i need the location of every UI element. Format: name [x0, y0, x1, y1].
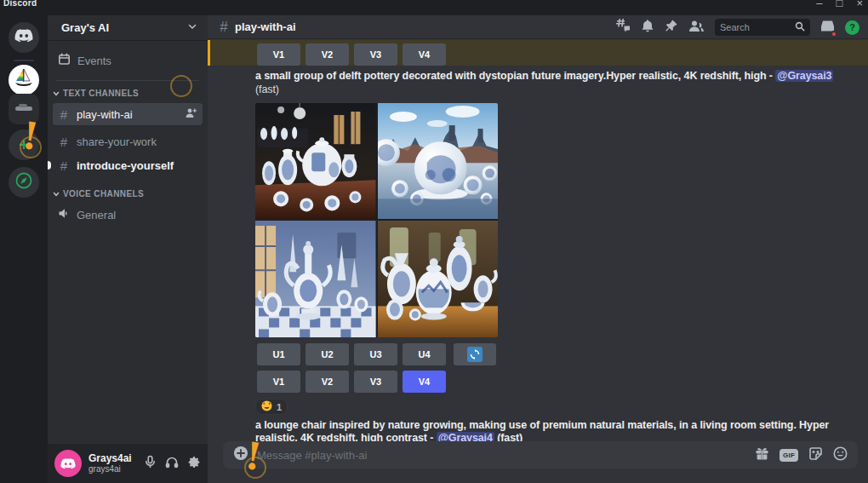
variation-button-top[interactable]: V4: [403, 43, 446, 66]
user-mention[interactable]: @Graysai3: [775, 70, 833, 82]
title-bar: Discord – □ ×: [0, 0, 868, 15]
channel-title: play-with-ai: [235, 20, 296, 33]
maximize-button[interactable]: □: [837, 0, 843, 9]
chat-area: # play-with-ai Search: [208, 15, 868, 483]
hash-icon: #: [58, 107, 70, 122]
heart-eyes-emoji-icon: [261, 400, 272, 413]
help-icon[interactable]: ?: [845, 20, 859, 35]
variation-button-v4-active[interactable]: V4: [403, 371, 446, 393]
image-tile-interior: [255, 103, 376, 219]
discord-window: Discord – □ ×: [0, 0, 868, 483]
pin-icon[interactable]: [665, 19, 678, 36]
invite-member-icon[interactable]: [185, 107, 197, 121]
reaction-count: 1: [277, 402, 282, 412]
unread-indicator: [48, 161, 51, 170]
settings-gear-icon[interactable]: [187, 455, 201, 472]
close-button[interactable]: ×: [856, 0, 863, 9]
notifications-bell-icon[interactable]: [641, 19, 654, 37]
variation-button-v2[interactable]: V2: [306, 371, 349, 393]
user-name-block[interactable]: Grays4ai grays4ai: [89, 453, 132, 474]
app-title: Discord: [3, 0, 37, 8]
gift-icon[interactable]: [755, 446, 769, 464]
message-composer[interactable]: Message #play-with-ai GIF: [223, 441, 858, 469]
inbox-icon[interactable]: [820, 20, 835, 36]
events-label: Events: [77, 55, 111, 67]
annotation-ring-text-channels: [170, 75, 192, 97]
explore-servers-button[interactable]: [9, 167, 39, 198]
username: grays4ai: [89, 464, 132, 474]
home-server-button[interactable]: [9, 22, 39, 53]
variation-button-top[interactable]: V3: [354, 43, 397, 66]
image-tile-outdoor: [378, 103, 499, 219]
server-rail: +: [0, 15, 48, 483]
members-icon[interactable]: [688, 20, 705, 36]
search-input[interactable]: Search: [715, 19, 810, 36]
variation-button-top[interactable]: V2: [306, 43, 349, 66]
unread-badge: [831, 31, 837, 37]
server-icon-midjourney[interactable]: [9, 65, 39, 95]
message-fast-tag: (fast): [255, 83, 279, 95]
variation-button-v3[interactable]: V3: [354, 371, 397, 393]
reaction-pill[interactable]: 1: [255, 399, 288, 415]
message2-line1: a lounge chair inspired by nature growin…: [255, 419, 829, 431]
hash-icon: #: [218, 19, 230, 36]
avatar[interactable]: [54, 450, 82, 477]
variation-button-v1[interactable]: V1: [257, 371, 300, 393]
events-item[interactable]: Events: [53, 49, 203, 72]
threads-icon[interactable]: [615, 19, 631, 36]
calendar-icon: [58, 53, 71, 68]
display-name: Grays4ai: [89, 453, 132, 464]
upscale-button-u3[interactable]: U3: [354, 343, 397, 365]
variation-button-top[interactable]: V1: [257, 43, 300, 66]
hash-icon: #: [58, 158, 70, 173]
upscale-button-u1[interactable]: U1: [257, 343, 300, 365]
upscale-button-u4[interactable]: U4: [403, 343, 446, 365]
headphones-icon[interactable]: [165, 456, 179, 472]
message-prompt-text: a small group of delft pottery decorated…: [255, 70, 833, 82]
user-panel: Grays4ai grays4ai: [48, 444, 208, 483]
sticker-icon[interactable]: [808, 446, 823, 464]
voice-channels-header[interactable]: VOICE CHANNELS: [53, 189, 203, 198]
discord-logo-icon: [14, 29, 33, 46]
chevron-down-icon: [187, 21, 197, 34]
rail-divider: [14, 60, 34, 61]
reroll-arrows-icon: [467, 347, 483, 362]
upscale-button-u2[interactable]: U2: [306, 343, 349, 365]
gif-picker-icon[interactable]: GIF: [779, 449, 798, 462]
guild-name: Gray's AI: [61, 21, 109, 34]
image-tile-ewer: [255, 221, 376, 337]
emoji-icon[interactable]: [833, 446, 848, 464]
speaker-icon: [58, 208, 70, 221]
generated-image-grid[interactable]: [255, 103, 498, 337]
compass-icon: [14, 171, 33, 193]
sidebar-item-introduce-yourself[interactable]: # introduce-yourself: [53, 154, 203, 176]
image-tile-jugs: [378, 221, 499, 337]
reroll-button[interactable]: [454, 343, 496, 365]
hash-icon: #: [58, 135, 70, 149]
search-icon: [795, 21, 805, 33]
guild-header[interactable]: Gray's AI: [48, 15, 208, 41]
sidebar-item-play-with-ai[interactable]: # play-with-ai: [53, 103, 203, 125]
search-placeholder: Search: [720, 22, 791, 32]
sidebar-item-general-voice[interactable]: General: [53, 204, 203, 226]
sidebar-item-share-your-work[interactable]: # share-your-work: [53, 130, 203, 152]
composer-placeholder[interactable]: Message #play-with-ai: [257, 449, 746, 462]
sailboat-icon: [13, 67, 35, 93]
minimize-button[interactable]: –: [816, 0, 822, 9]
mic-icon[interactable]: [144, 455, 157, 472]
